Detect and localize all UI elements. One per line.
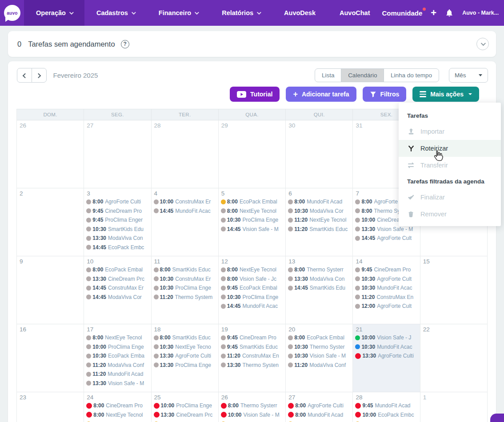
task-item[interactable]: 8:00AgroForte Culti	[286, 401, 352, 410]
task-item[interactable]: 10:30NextEye Tecno	[152, 342, 218, 352]
task-item[interactable]: 14:45ModaViva Cor	[84, 293, 151, 302]
task-item[interactable]: 8:00NextEye Tecnol	[84, 333, 151, 342]
task-item[interactable]: 9:45EcoPack Embal	[219, 283, 285, 293]
task-item[interactable]: 11:20ConstruMax En	[219, 351, 285, 361]
task-item[interactable]: 11:20MundoFit Acad	[84, 370, 151, 379]
nav-item-operao[interactable]: Operação	[24, 0, 84, 26]
tutorial-button[interactable]: Tutorial	[230, 87, 280, 102]
task-item[interactable]: 10:00ProClima Enge	[152, 401, 218, 410]
task-item[interactable]: 8:00AgroForte Culti	[84, 197, 151, 207]
task-item[interactable]: 8:00CineDream Pro	[84, 401, 151, 410]
view-button-lista[interactable]: Lista	[315, 68, 342, 82]
day-cell-26[interactable]: 26	[17, 120, 84, 188]
task-item[interactable]: 10:00ConstruMax Er	[152, 197, 218, 207]
task-item[interactable]: 8:00Vision Safe - Jc	[219, 275, 285, 284]
task-item[interactable]: 8:00Thermo Systerr	[286, 265, 352, 275]
task-item[interactable]: 11:20ConstruMax En	[353, 293, 420, 302]
day-cell-30[interactable]: 30	[286, 120, 353, 188]
day-cell-10[interactable]: 108:00EcoPack Embal13:30CineDream Prc14:…	[84, 256, 151, 324]
task-item[interactable]: 14:45MundoFit Acac	[152, 207, 218, 216]
task-item[interactable]: 11:20ModaViva Conf	[286, 361, 352, 370]
task-item[interactable]: 13:30AgroForte Culti	[152, 351, 218, 361]
task-item[interactable]: 10:30ProClima Enge	[219, 293, 285, 302]
task-item[interactable]: 14:45Vision Safe - M	[219, 225, 285, 234]
task-item[interactable]	[353, 419, 420, 422]
quick-add-icon[interactable]: +	[431, 8, 436, 18]
task-item[interactable]: 13:30ProClima Enge	[152, 361, 218, 370]
task-item[interactable]: 8:00MundoFit Acad	[286, 410, 352, 420]
day-cell-28[interactable]: 289:45MundoFit Acad10:00EcoPack Embc	[353, 392, 420, 422]
day-cell-23[interactable]: 23	[17, 392, 84, 422]
filters-button[interactable]: Filtros	[363, 87, 407, 102]
day-cell-13[interactable]: 138:00Thermo Systerr13:30ModaViva Con14:…	[286, 256, 353, 324]
task-item[interactable]: 8:00NextEye Tecnol	[219, 265, 285, 275]
task-item[interactable]: 8:00MundoFit Acad	[286, 197, 352, 207]
task-item[interactable]: 8:00EcoPack Embal	[286, 333, 352, 342]
task-item[interactable]: 9:45ProClima Enger	[84, 215, 151, 225]
day-cell-18[interactable]: 188:00SmartKids Educ10:30NextEye Tecno13…	[152, 324, 219, 392]
day-cell-16[interactable]: 16	[17, 324, 84, 392]
task-item[interactable]: 10:00EcoPack Embc	[353, 410, 420, 420]
view-button-linhadotempo[interactable]: Linha do tempo	[384, 68, 439, 82]
task-item[interactable]: 10:30AgroForte Cult	[353, 275, 420, 284]
nav-item-comunidade[interactable]: Comunidade	[382, 9, 422, 17]
nav-item-cadastros[interactable]: Cadastros	[84, 0, 147, 26]
task-item[interactable]: 8:00NextEye Tecnol	[84, 410, 151, 420]
day-cell-11[interactable]: 118:00SmartKids Educ10:30ConstruMax Er10…	[152, 256, 219, 324]
auvo-logo[interactable]: auvo	[0, 0, 24, 26]
period-select[interactable]: Mês	[449, 68, 488, 83]
task-item[interactable]: 13:30Vision Safe - M	[84, 379, 151, 388]
task-item[interactable]: 9:45CineDream Pro	[219, 333, 285, 342]
day-cell-2[interactable]: 2	[17, 188, 84, 256]
day-cell-1[interactable]: 1	[420, 392, 488, 422]
day-cell-27[interactable]: 27	[84, 120, 151, 188]
day-cell-19[interactable]: 199:45CineDream Pro9:45SmartKids Educ11:…	[219, 324, 286, 392]
task-item[interactable]: 10:30ConstruMax Er	[152, 275, 218, 284]
task-item[interactable]: 10:00Vision Safe - M	[219, 410, 285, 420]
task-item[interactable]	[286, 419, 352, 422]
day-cell-6[interactable]: 68:00MundoFit Acad10:30ModaViva Cor11:20…	[286, 188, 353, 256]
nav-item-auvochat[interactable]: AuvoChat	[328, 0, 382, 26]
prev-month-button[interactable]	[17, 68, 32, 83]
nav-item-auvodesk[interactable]: AuvoDesk	[272, 0, 328, 26]
task-item[interactable]: 13:30CineDream Prc	[152, 410, 218, 420]
task-item[interactable]: 14:45MundoFit Acac	[219, 302, 285, 311]
task-item[interactable]: 10:30MundoFit Acac	[353, 283, 420, 293]
day-cell-29[interactable]: 29	[219, 120, 286, 188]
task-item[interactable]: 10:30ModaViva Cor	[286, 207, 352, 216]
help-icon[interactable]: ?	[121, 40, 129, 48]
task-item[interactable]: 10:30Vision Safe - M	[286, 351, 352, 361]
task-item[interactable]: 10:30SmartKids Edu	[84, 225, 151, 234]
day-cell-27[interactable]: 278:00AgroForte Culti8:00MundoFit Acad	[286, 392, 353, 422]
task-item[interactable]: 8:00EcoPack Embal	[219, 197, 285, 207]
task-item[interactable]: 11:20ModaViva Conf	[84, 361, 151, 370]
day-cell-21[interactable]: 2110:00Vision Safe - J10:30MundoFit Acac…	[353, 324, 420, 392]
task-item[interactable]: 13:30ModaViva Con	[84, 234, 151, 243]
task-item[interactable]: 14:45SmartKids Edu	[286, 283, 352, 293]
day-cell-9[interactable]: 9	[17, 256, 84, 324]
day-cell-17[interactable]: 178:00NextEye Tecnol10:00ProClima Enge10…	[84, 324, 151, 392]
day-cell-14[interactable]: 149:45CineDream Pro10:30AgroForte Cult10…	[353, 256, 420, 324]
day-cell-22[interactable]: 22	[420, 324, 488, 392]
task-item[interactable]: 11:20SmartKids Educ	[286, 225, 352, 234]
task-item[interactable]: 14:45AgroForte Cult	[353, 234, 420, 243]
day-cell-20[interactable]: 208:00EcoPack Embal10:30Thermo Syster10:…	[286, 324, 353, 392]
task-item[interactable]: 9:45CineDream Pro	[353, 265, 420, 275]
menu-item-roteirizar[interactable]: Roteirizar	[399, 140, 501, 157]
task-item[interactable]: 10:30ProClima Enge	[219, 215, 285, 225]
day-cell-12[interactable]: 128:00NextEye Tecnol8:00Vision Safe - Jc…	[219, 256, 286, 324]
task-item[interactable]: 14:45EcoPack Embc	[84, 243, 151, 252]
task-item[interactable]: 11:20NextEye Tecnol	[286, 215, 352, 225]
floating-action-button[interactable]	[490, 414, 504, 422]
task-item[interactable]: 11:20Thermo System	[152, 293, 218, 302]
task-item[interactable]: 8:00EcoPack Embal	[84, 265, 151, 275]
task-item[interactable]: 12:00AgroForte Cult	[353, 302, 420, 311]
task-item[interactable]: 8:00SmartKids Educ	[152, 333, 218, 342]
view-button-calendrio[interactable]: Calendário	[341, 68, 384, 82]
task-item[interactable]: 9:45CineDream Pro	[84, 207, 151, 216]
task-item[interactable]: 13:30CineDream Prc	[84, 275, 151, 284]
day-cell-4[interactable]: 410:00ConstruMax Er14:45MundoFit Acac	[152, 188, 219, 256]
task-item[interactable]: 8:00SmartKids Educ	[152, 265, 218, 275]
task-item[interactable]: 10:00ProClima Enge	[84, 342, 151, 352]
day-cell-28[interactable]: 28	[152, 120, 219, 188]
